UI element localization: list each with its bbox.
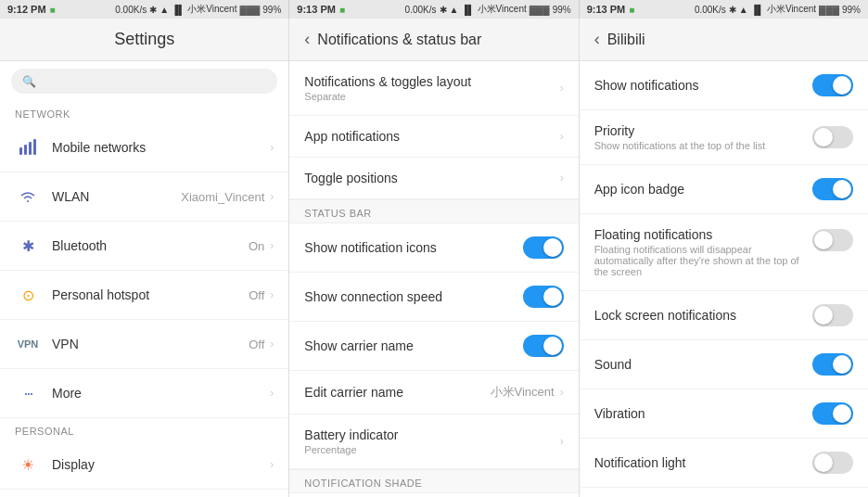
edit-carrier-row[interactable]: Edit carrier name 小米Vincent › xyxy=(289,371,578,414)
time-2: 9:13 PM xyxy=(297,4,336,15)
notif-light-title: Notification light xyxy=(594,455,812,470)
mobile-networks-chevron: › xyxy=(270,141,274,154)
collapse-after-touch-row[interactable]: Collapse after touch xyxy=(289,493,578,497)
show-notif-icons-row[interactable]: Show notification icons xyxy=(289,223,578,273)
priority-title: Priority xyxy=(594,123,812,138)
wifi-icon-1: ▲ xyxy=(160,5,169,15)
show-notif-icons-toggle[interactable] xyxy=(523,236,564,259)
app-notif-chevron: › xyxy=(560,130,564,143)
notif-shade-label: NOTIFICATION SHADE xyxy=(289,469,578,493)
speed-3: 0.00K/s xyxy=(695,5,726,15)
list-item-more[interactable]: ··· More › xyxy=(0,369,288,418)
notif-light-row[interactable]: Notification light xyxy=(580,439,868,488)
show-conn-speed-row[interactable]: Show connection speed xyxy=(289,273,578,322)
search-input[interactable] xyxy=(42,74,266,88)
battery-indicator-row[interactable]: Battery indicator Percentage › xyxy=(289,414,578,469)
show-notif-icons-title: Show notification icons xyxy=(304,240,522,255)
battery-indicator-sub: Percentage xyxy=(304,444,559,455)
panel3-header: ‹ Bilibili xyxy=(580,19,868,61)
toggle-pos-title: Toggle positions xyxy=(304,171,559,185)
panel2-back-btn[interactable]: ‹ xyxy=(304,30,310,49)
bluetooth-icon: ✱ xyxy=(15,233,41,259)
show-carrier-row[interactable]: Show carrier name xyxy=(289,322,578,371)
battery-pct-3: 99% xyxy=(842,5,861,15)
sound-toggle[interactable] xyxy=(812,353,853,376)
status-left-2: 9:13 PM ■ xyxy=(297,4,345,15)
lock-screen-notifs-toggle[interactable] xyxy=(812,304,853,326)
miui-icon-2: ■ xyxy=(339,5,345,15)
settings-title: Settings xyxy=(0,19,288,61)
search-bar[interactable]: 🔍 xyxy=(11,69,277,94)
notifications-panel: ‹ Notifications & status bar Notificatio… xyxy=(289,19,579,497)
battery-bar-1: ▓▓▓ xyxy=(239,5,260,15)
mobile-networks-text: Mobile networks xyxy=(52,140,270,155)
list-item-wlan[interactable]: WLAN Xiaomi_Vincent › xyxy=(0,172,288,222)
show-carrier-text: Show carrier name xyxy=(304,338,522,353)
battery-bar-2: ▓▓▓ xyxy=(530,5,550,15)
app-icon-badge-title: App icon badge xyxy=(594,182,812,197)
vibration-row[interactable]: Vibration xyxy=(580,389,868,439)
vibration-text: Vibration xyxy=(594,406,812,421)
notif-light-toggle[interactable] xyxy=(812,452,853,474)
show-notifications-knob xyxy=(833,76,851,95)
more-icon: ··· xyxy=(15,380,41,406)
signal-icon-2: ▐▌ xyxy=(461,5,474,15)
app-notif-row[interactable]: App notifications › xyxy=(289,116,578,158)
show-notifications-text: Show notifications xyxy=(594,78,812,93)
floating-notifs-row[interactable]: Floating notifications Floating notifica… xyxy=(580,214,868,291)
app-notif-title: App notifications xyxy=(304,129,559,144)
list-item-personal-hotspot[interactable]: ⊙ Personal hotspot Off › xyxy=(0,271,288,320)
list-item-bluetooth[interactable]: ✱ Bluetooth On › xyxy=(0,222,288,271)
lock-screen-notifs-text: Lock screen notifications xyxy=(594,308,812,323)
signal-icon-3: ▐▌ xyxy=(751,5,764,15)
notif-toggles-row[interactable]: Notifications & toggles layout Separate … xyxy=(289,61,578,116)
app-icon-badge-toggle[interactable] xyxy=(812,178,853,200)
list-item-display[interactable]: ☀ Display › xyxy=(0,440,288,490)
notif-toggles-sub: Separate xyxy=(304,91,559,102)
list-item-wallpaper[interactable]: 🛡 Wallpaper › xyxy=(0,490,288,497)
vibration-toggle[interactable] xyxy=(812,402,853,425)
sound-knob xyxy=(833,355,851,374)
speed-2: 0.00K/s xyxy=(405,5,437,15)
bilibili-panel: ‹ Bilibili Show notifications Priority S… xyxy=(580,19,868,497)
notif-toggles-chevron: › xyxy=(560,82,564,95)
panel2-title: Notifications & status bar xyxy=(317,32,481,48)
show-notifications-row[interactable]: Show notifications xyxy=(580,61,868,110)
panel2-header: ‹ Notifications & status bar xyxy=(289,19,578,61)
priority-row[interactable]: Priority Show notifications at the top o… xyxy=(580,110,868,165)
time-1: 9:12 PM xyxy=(7,4,46,15)
app-icon-badge-row[interactable]: App icon badge xyxy=(580,165,868,214)
sound-row[interactable]: Sound xyxy=(580,340,868,389)
floating-notifs-toggle[interactable] xyxy=(812,229,853,251)
vpn-chevron: › xyxy=(270,338,274,350)
status-left-3: 9:13 PM ■ xyxy=(587,4,635,15)
bt-icon-3: ✱ xyxy=(729,5,736,15)
show-carrier-toggle[interactable] xyxy=(523,335,564,357)
notif-toggles-text: Notifications & toggles layout Separate xyxy=(304,74,559,102)
bluetooth-chevron: › xyxy=(270,239,274,252)
priority-toggle[interactable] xyxy=(812,126,853,148)
show-notifications-toggle[interactable] xyxy=(812,74,853,96)
floating-notifs-text: Floating notifications Floating notifica… xyxy=(594,227,812,277)
miui-icon-1: ■ xyxy=(50,5,56,15)
toggle-pos-row[interactable]: Toggle positions › xyxy=(289,158,578,199)
lock-screen-notifs-row[interactable]: Lock screen notifications xyxy=(580,291,868,340)
battery-bar-3: ▓▓▓ xyxy=(819,5,839,15)
carrier-3: 小米Vincent xyxy=(767,3,816,16)
panel3-back-btn[interactable]: ‹ xyxy=(594,30,600,49)
list-item-vpn[interactable]: VPN VPN Off › xyxy=(0,320,288,369)
status-right-1: 0.00K/s ✱ ▲ ▐▌ 小米Vincent ▓▓▓ 99% xyxy=(115,3,281,16)
vpn-text: VPN xyxy=(52,337,249,351)
status-bar: 9:12 PM ■ 0.00K/s ✱ ▲ ▐▌ 小米Vincent ▓▓▓ 9… xyxy=(0,0,868,19)
list-item-mobile-networks[interactable]: Mobile networks › xyxy=(0,123,288,172)
show-conn-speed-toggle[interactable] xyxy=(523,286,564,308)
display-text: Display xyxy=(52,457,270,472)
edit-carrier-title: Edit carrier name xyxy=(304,385,490,400)
notif-toggles-title: Notifications & toggles layout xyxy=(304,74,559,89)
toggle-pos-chevron: › xyxy=(560,172,564,185)
wifi-icon-3: ▲ xyxy=(739,5,748,15)
wlan-value: Xiaomi_Vincent xyxy=(181,190,264,204)
time-3: 9:13 PM xyxy=(587,4,626,15)
miui-icon-3: ■ xyxy=(629,5,634,15)
priority-sub: Show notifications at the top of the lis… xyxy=(594,140,812,151)
